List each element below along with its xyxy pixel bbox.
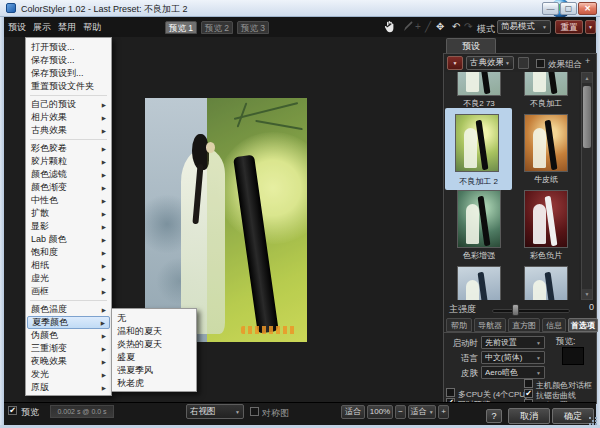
thumbnail-scrollbar[interactable]: ▲ ▼ — [581, 72, 593, 300]
preset-thumbnail[interactable]: 牛皮纸 — [514, 112, 578, 186]
add-preset-button[interactable]: + — [585, 56, 590, 66]
hand-tool-icon[interactable] — [384, 20, 396, 36]
menu-item[interactable]: 颜色滤镜▶ — [26, 168, 111, 181]
menu-item[interactable]: 胶片颗粒▶ — [26, 155, 111, 168]
menu-item[interactable]: 发光▶ — [26, 368, 111, 381]
move-tool-icon[interactable]: ✥ — [436, 21, 444, 33]
menu-item[interactable]: 伪颜色▶ — [26, 329, 111, 342]
mode-dropdown[interactable]: 简易模式 ▼ — [497, 20, 551, 34]
scroll-up-icon[interactable]: ▲ — [582, 73, 592, 83]
tab-preview-3[interactable]: 预览 3 — [237, 21, 269, 34]
startup-dropdown[interactable]: 先前设置 ▼ — [481, 336, 545, 349]
menu-item[interactable]: 虚光▶ — [26, 272, 111, 285]
menu-item[interactable]: 颜色温度▶ — [26, 303, 111, 316]
cancel-button[interactable]: 取消 — [508, 408, 550, 424]
preset-thumbnail[interactable] — [514, 264, 578, 300]
menu-item[interactable]: 显影▶ — [26, 220, 111, 233]
tab-preview-1[interactable]: 预览 1 — [165, 21, 197, 34]
menu-display[interactable]: 展示 — [33, 21, 51, 34]
view-dropdown[interactable]: 右视图 ▼ — [186, 404, 244, 419]
menu-item[interactable]: 打开预设... — [26, 41, 111, 54]
line-tool-icon[interactable]: ╱ — [425, 21, 431, 33]
tab-info[interactable]: 信息 — [542, 318, 566, 332]
preview-color-swatch[interactable] — [562, 347, 584, 365]
submenu-item[interactable]: 温和的夏天 — [112, 325, 196, 338]
preset-thumbnail[interactable]: 不良加工 — [514, 72, 578, 110]
help-button[interactable]: ? — [486, 409, 502, 423]
ok-button[interactable]: 确定 — [552, 408, 594, 424]
tab-presets-panel[interactable]: 预设 — [446, 38, 496, 53]
menu-item[interactable]: 颜色渐变▶ — [26, 181, 111, 194]
tab-help[interactable]: 帮助 — [446, 318, 472, 332]
app-icon — [6, 3, 16, 13]
menu-disable[interactable]: 禁用 — [58, 21, 76, 34]
menu-item[interactable]: 原版▶ — [26, 381, 111, 394]
reset-button[interactable]: 重置 — [555, 20, 583, 34]
preset-options-button[interactable] — [518, 57, 529, 69]
resize-grip[interactable] — [589, 417, 591, 419]
preset-category-red-button[interactable]: ▼ — [447, 56, 463, 70]
submenu-item[interactable]: 强夏季风 — [112, 364, 196, 377]
zoom-level-button[interactable]: 100% — [367, 405, 393, 419]
menu-item[interactable]: 重置预设文件夹 — [26, 80, 111, 93]
undo-icon[interactable]: ↶ — [452, 21, 460, 33]
preset-thumbnail[interactable] — [447, 264, 511, 300]
close-button[interactable]: ✕ — [578, 2, 597, 15]
skin-dropdown[interactable]: Aero暗色 ▼ — [481, 366, 545, 379]
language-dropdown[interactable]: 中文(简体) ▼ — [481, 351, 545, 364]
preset-thumbnail[interactable]: 彩色负片 — [514, 188, 578, 262]
fit-button[interactable]: 适合 — [341, 405, 365, 419]
mode-value: 简易模式 — [501, 21, 540, 33]
preview-image[interactable] — [145, 98, 307, 342]
eyedropper-icon[interactable] — [403, 20, 414, 35]
menu-presets[interactable]: 预设 — [8, 21, 26, 34]
menu-item[interactable]: 彩色胶卷▶ — [26, 142, 111, 155]
zoom-fit-dropdown[interactable]: 适合 ▼ — [408, 405, 436, 419]
reset-dropdown-button[interactable]: ▼ — [585, 20, 596, 34]
submenu-item[interactable]: 无 — [112, 312, 196, 325]
menu-item[interactable]: 扩散▶ — [26, 207, 111, 220]
preset-thumbnail[interactable]: 不良2 73 — [447, 72, 511, 110]
tab-preview-2[interactable]: 预览 2 — [201, 21, 233, 34]
tab-navigator[interactable]: 导航器 — [474, 318, 506, 332]
menu-item[interactable]: Lab 颜色▶ — [26, 233, 111, 246]
strength-slider-thumb[interactable] — [512, 304, 519, 316]
submenu-item[interactable]: 炎热的夏天 — [112, 338, 196, 351]
strength-slider[interactable] — [492, 309, 570, 313]
redo-icon[interactable]: ↷ — [464, 21, 472, 33]
host-color-checkbox[interactable] — [524, 379, 533, 388]
split-view-checkbox[interactable] — [250, 407, 259, 416]
menu-item[interactable]: 保存预设... — [26, 54, 111, 67]
submenu-item[interactable]: 秋老虎 — [112, 377, 196, 390]
scrollbar-thumb[interactable] — [583, 86, 591, 148]
preset-thumbnail[interactable]: 色彩增强 — [447, 188, 511, 262]
add-sample-icon[interactable]: + — [415, 21, 421, 33]
maximize-button[interactable]: ▢ — [560, 2, 577, 15]
menu-item[interactable]: 相纸▶ — [26, 259, 111, 272]
zoom-in-button[interactable]: + — [438, 405, 449, 419]
preset-category-dropdown[interactable]: 古典效果 ▼ — [466, 56, 514, 70]
menu-item[interactable]: 三重渐变▶ — [26, 342, 111, 355]
menu-help[interactable]: 帮助 — [83, 21, 101, 34]
antialias-checkbox[interactable]: ✔ — [524, 389, 533, 398]
menu-item[interactable]: 自己的预设▶ — [26, 98, 111, 111]
menu-item[interactable]: 饱和度▶ — [26, 246, 111, 259]
effect-combo-checkbox[interactable] — [536, 59, 545, 68]
preview-checkbox[interactable]: ✔ — [8, 406, 17, 415]
submenu-item[interactable]: 盛夏 — [112, 351, 196, 364]
tab-preferences[interactable]: 首选项 — [568, 318, 598, 332]
menu-item[interactable]: 古典效果▶ — [26, 124, 111, 137]
scroll-down-icon[interactable]: ▼ — [582, 289, 592, 299]
zoom-out-button[interactable]: − — [395, 405, 406, 419]
minimize-button[interactable]: — — [542, 2, 559, 15]
preset-thumbnail-selected[interactable]: 不良加工 2 — [445, 108, 512, 190]
tab-histogram[interactable]: 直方图 — [508, 318, 540, 332]
menu-item[interactable]: 相片效果▶ — [26, 111, 111, 124]
menu-item[interactable]: 保存预设到... — [26, 67, 111, 80]
menu-item[interactable]: 画框▶ — [26, 285, 111, 298]
menu-item[interactable]: 中性色▶ — [26, 194, 111, 207]
menu-item-summer-colors[interactable]: 夏季颜色▶ — [27, 316, 110, 329]
multi-cpu-checkbox[interactable] — [446, 388, 455, 397]
preset-category-value: 古典效果 — [470, 57, 503, 69]
menu-item[interactable]: 夜晚效果▶ — [26, 355, 111, 368]
